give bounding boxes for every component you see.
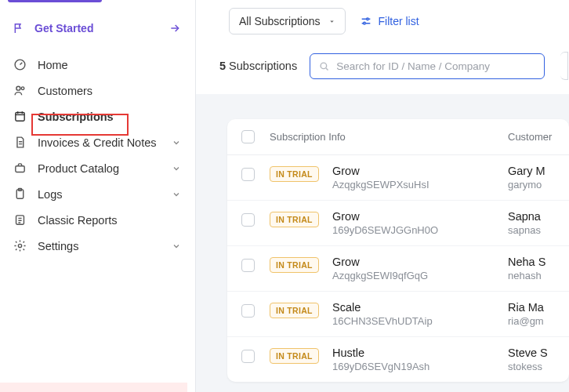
- row-checkbox[interactable]: [241, 213, 255, 227]
- main-content: All Subscriptions Filter list 5 Subscrip…: [196, 0, 569, 392]
- plan-name: Hustle: [332, 347, 508, 359]
- search-box[interactable]: [310, 53, 545, 79]
- plan-name: Grow: [332, 165, 508, 177]
- subscription-id: AzqgkgSEWPXsuHsI: [332, 179, 508, 191]
- row-checkbox[interactable]: [241, 168, 255, 181]
- subscription-id: 169yD6SEVgN19Ash: [332, 361, 508, 372]
- count-label: Subscriptions: [229, 60, 297, 72]
- table-row[interactable]: IN TRIAL Hustle 169yD6SEVgN19Ash Steve S…: [227, 337, 569, 382]
- sidebar-item-label: Subscriptions: [38, 111, 181, 123]
- svg-point-2: [21, 87, 24, 90]
- status-badge: IN TRIAL: [270, 303, 319, 318]
- svg-rect-3: [15, 113, 24, 122]
- svg-point-10: [363, 22, 365, 24]
- row-checkbox[interactable]: [241, 350, 255, 363]
- result-count: 5 Subscriptions: [219, 60, 297, 72]
- sidebar-item-label: Settings: [38, 240, 161, 252]
- column-header-info: Subscription Info: [270, 131, 508, 143]
- svg-point-9: [366, 18, 368, 20]
- status-badge: IN TRIAL: [270, 348, 319, 364]
- sidebar-item-logs[interactable]: Logs: [0, 181, 195, 207]
- subscriptions-table: Subscription Info Customer IN TRIAL Grow…: [227, 119, 569, 382]
- view-dropdown[interactable]: All Subscriptions: [229, 8, 346, 34]
- get-started-link[interactable]: Get Started: [0, 9, 195, 49]
- report-icon: [13, 213, 27, 227]
- sidebar-item-label: Customers: [38, 85, 181, 97]
- select-all-checkbox[interactable]: [241, 130, 255, 143]
- sidebar-item-home[interactable]: Home: [0, 52, 195, 78]
- search-input[interactable]: [336, 60, 536, 72]
- bottom-banner: [0, 383, 187, 392]
- sliders-icon: [360, 15, 372, 27]
- sidebar-item-label: Product Catalog: [38, 162, 161, 175]
- sidebar-item-classic-reports[interactable]: Classic Reports: [0, 207, 195, 233]
- status-badge: IN TRIAL: [270, 257, 319, 273]
- plan-name: Grow: [332, 256, 508, 268]
- search-icon: [318, 60, 330, 72]
- toolbar: All Subscriptions Filter list: [196, 8, 569, 34]
- customer-name: Sapna: [508, 210, 555, 223]
- table-header: Subscription Info Customer: [227, 119, 569, 155]
- table-row[interactable]: IN TRIAL Grow AzqgkgSEWI9qfGqG Neha S ne…: [227, 246, 569, 292]
- nav-list: Home Customers Subscriptions Invoices & …: [0, 52, 195, 259]
- row-checkbox[interactable]: [241, 259, 255, 272]
- filter-list-link[interactable]: Filter list: [360, 15, 419, 27]
- count-number: 5: [219, 60, 226, 72]
- svg-point-8: [18, 244, 21, 247]
- dropdown-label: All Subscriptions: [239, 15, 321, 27]
- customer-name: Ria Ma: [508, 301, 555, 314]
- sidebar-item-label: Classic Reports: [38, 214, 181, 227]
- results-bar: 5 Subscriptions: [196, 34, 569, 91]
- table-row[interactable]: IN TRIAL Grow 169yD6SEWJGGnH0O Sapna sap…: [227, 201, 569, 246]
- flag-icon: [13, 22, 25, 34]
- plan-name: Grow: [332, 210, 508, 223]
- customer-name: Gary M: [508, 165, 555, 177]
- table-row[interactable]: IN TRIAL Scale 16CHN3SEVhUDTAip Ria Ma r…: [227, 292, 569, 337]
- caret-down-icon: [328, 18, 335, 25]
- gear-icon: [13, 239, 27, 252]
- customer-name: Steve S: [508, 347, 555, 359]
- sidebar-item-customers[interactable]: Customers: [0, 78, 195, 103]
- row-checkbox[interactable]: [241, 304, 255, 318]
- svg-point-11: [321, 63, 327, 69]
- svg-rect-4: [15, 166, 24, 172]
- plan-name: Scale: [332, 301, 508, 314]
- chevron-down-icon: [172, 241, 181, 251]
- subscription-id: 16CHN3SEVhUDTAip: [332, 315, 508, 327]
- sidebar-item-subscriptions[interactable]: Subscriptions: [0, 103, 195, 129]
- status-badge: IN TRIAL: [270, 166, 319, 182]
- table-row[interactable]: IN TRIAL Grow AzqgkgSEWPXsuHsI Gary M ga…: [227, 155, 569, 201]
- users-icon: [13, 84, 27, 97]
- arrow-right-icon: [169, 22, 181, 34]
- subscription-id: AzqgkgSEWI9qfGqG: [332, 270, 508, 281]
- svg-point-1: [16, 86, 20, 90]
- sidebar-item-invoices[interactable]: Invoices & Credit Notes: [0, 129, 195, 155]
- status-badge: IN TRIAL: [270, 212, 319, 227]
- customer-sub: ria@gm: [508, 315, 555, 327]
- sidebar-item-product-catalog[interactable]: Product Catalog: [0, 155, 195, 181]
- sidebar: Get Started Home Customers: [0, 0, 196, 392]
- customer-sub: garymo: [508, 179, 555, 191]
- content-area: Subscription Info Customer IN TRIAL Grow…: [196, 94, 569, 392]
- calendar-refresh-icon: [13, 110, 27, 123]
- sidebar-item-label: Home: [38, 59, 181, 71]
- chevron-down-icon: [172, 164, 181, 173]
- filter-label: Filter list: [379, 15, 419, 27]
- column-header-customer: Customer: [508, 131, 555, 143]
- customer-sub: nehash: [508, 270, 555, 281]
- customer-sub: stokess: [508, 361, 555, 372]
- document-icon: [13, 136, 27, 149]
- get-started-label: Get Started: [34, 22, 93, 34]
- accent-bar: [8, 0, 102, 2]
- gauge-icon: [13, 58, 27, 71]
- clipboard-icon: [13, 187, 27, 201]
- sidebar-item-label: Invoices & Credit Notes: [38, 136, 161, 149]
- sidebar-item-label: Logs: [38, 188, 161, 201]
- chevron-down-icon: [172, 190, 181, 199]
- customer-name: Neha S: [508, 256, 555, 268]
- briefcase-icon: [13, 162, 27, 175]
- subscription-id: 169yD6SEWJGGnH0O: [332, 224, 508, 236]
- sidebar-item-settings[interactable]: Settings: [0, 233, 195, 259]
- chevron-down-icon: [172, 138, 181, 147]
- adjacent-control[interactable]: [560, 52, 568, 80]
